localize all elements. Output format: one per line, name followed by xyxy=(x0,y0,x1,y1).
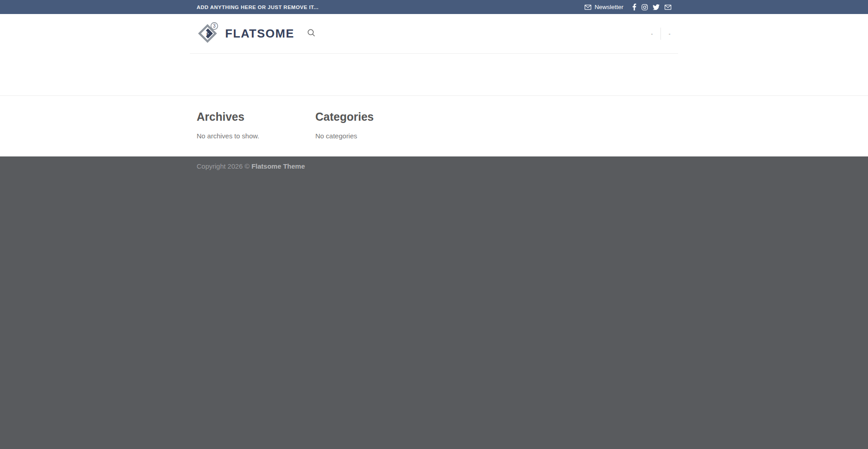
footer-widget-empty-2 xyxy=(553,111,672,140)
social-icons xyxy=(632,4,671,10)
footer-widget-empty-1 xyxy=(434,111,553,140)
copyright-prefix: Copyright 2026 © xyxy=(197,162,251,170)
footer-widgets: Archives No archives to show. Categories… xyxy=(0,95,868,156)
widget-text-archives: No archives to show. xyxy=(197,132,302,140)
flatsome-logo-icon: F 3 xyxy=(197,22,219,46)
footer-widget-archives: Archives No archives to show. xyxy=(197,111,316,140)
nav-item-dash-2[interactable]: - xyxy=(661,31,671,37)
topbar-message: ADD ANYTHING HERE OR JUST REMOVE IT... xyxy=(197,5,319,10)
newsletter-link[interactable]: Newsletter xyxy=(585,4,623,10)
main-content xyxy=(0,54,868,95)
facebook-icon[interactable] xyxy=(632,4,637,10)
widget-title-categories: Categories xyxy=(316,111,421,123)
topbar-right: Newsletter xyxy=(585,4,671,10)
widget-text-categories: No categories xyxy=(316,132,421,140)
copyright-brand: Flatsome Theme xyxy=(251,162,305,170)
svg-text:F: F xyxy=(207,31,210,38)
mail-icon[interactable] xyxy=(665,5,671,10)
top-bar: ADD ANYTHING HERE OR JUST REMOVE IT... N… xyxy=(0,0,868,14)
newsletter-label: Newsletter xyxy=(594,4,623,10)
absolute-footer: Copyright 2026 © Flatsome Theme xyxy=(0,156,868,449)
instagram-icon[interactable] xyxy=(642,4,648,10)
envelope-icon xyxy=(585,5,591,10)
header-right-nav: - - xyxy=(643,28,671,40)
widget-title-archives: Archives xyxy=(197,111,302,123)
site-header: F 3 FLATSOME - - xyxy=(0,14,868,54)
twitter-icon[interactable] xyxy=(653,4,660,10)
copyright-text: Copyright 2026 © Flatsome Theme xyxy=(197,162,671,170)
nav-item-dash-1[interactable]: - xyxy=(643,31,660,37)
logo-text: FLATSOME xyxy=(225,27,294,41)
footer-widget-categories: Categories No categories xyxy=(316,111,434,140)
search-icon xyxy=(307,28,316,39)
search-button[interactable] xyxy=(307,28,316,39)
logo-badge: 3 xyxy=(213,24,216,28)
site-logo[interactable]: F 3 FLATSOME xyxy=(197,22,294,46)
